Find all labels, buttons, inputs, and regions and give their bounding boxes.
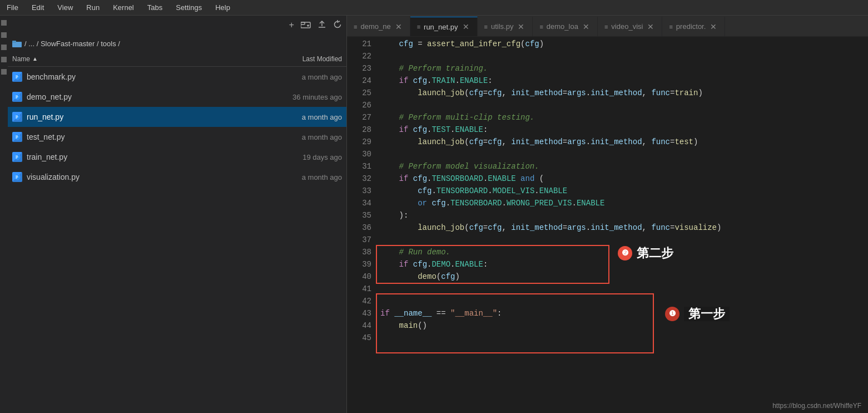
breadcrumb-text: / ... / SlowFast-master / tools / [24,40,120,48]
file-row-train-net[interactable]: train_net.py 19 days ago [8,147,346,167]
sort-arrow-icon: ▲ [32,56,38,62]
code-line-23: # Perform training. [380,62,868,75]
file-icon-train-net [12,152,22,162]
menu-kernel[interactable]: Kernel [111,2,136,13]
menu-help[interactable]: Help [213,2,232,13]
line-num-41: 41 [347,283,371,295]
step1-label: 第一步 [684,307,730,321]
file-icon-test-net [12,132,22,142]
col-modified-header[interactable]: Last Modified [259,55,342,63]
file-name-demo-net: demo_net.py [27,92,259,101]
line-num-36: 36 [347,222,371,234]
explorer-toolbar: + [8,16,346,36]
tab-close-run-net[interactable]: ✕ [462,22,470,32]
tab-close-demo-loa[interactable]: ✕ [582,22,591,32]
code-line-31: # Perform model visualization. [380,160,868,173]
activity-icon-3[interactable] [1,45,7,50]
menu-edit[interactable]: Edit [29,2,46,13]
file-row-benchmark[interactable]: benchmark.py a month ago [8,67,346,87]
tab-predictor[interactable]: ≡ predictor. ✕ [662,17,725,36]
watermark: https://blog.csdn.net/WhiffeYF [772,402,861,410]
file-row-run-net[interactable]: run_net.py a month ago [8,107,346,127]
tab-close-demo-ne[interactable]: ✕ [394,22,403,32]
code-content[interactable]: cfg = assert_and_infer_cfg(cfg) # Perfor… [376,37,868,413]
file-list: benchmark.py a month ago demo_net.py 36 … [8,67,346,413]
code-line-26 [380,99,868,111]
line-num-34: 34 [347,197,371,209]
code-line-45 [380,332,868,344]
tab-icon-demo-ne: ≡ [354,23,357,30]
code-line-35: ): [380,209,868,222]
line-num-39: 39 [347,258,371,271]
annotation-step2: ❷ 第二步 [618,246,673,260]
code-line-30 [380,148,868,160]
svg-rect-0 [301,22,310,28]
tab-icon-demo-loa: ≡ [539,23,543,30]
tab-close-predictor[interactable]: ✕ [709,22,718,32]
line-num-26: 26 [347,99,371,111]
file-name-visualization: visualization.py [27,173,259,181]
menu-run[interactable]: Run [84,2,102,13]
tab-close-video-visi[interactable]: ✕ [646,22,655,32]
line-num-37: 37 [347,234,371,246]
new-file-icon[interactable]: + [289,21,294,31]
tab-demo-ne[interactable]: ≡ demo_ne ✕ [347,17,410,36]
code-line-24: if cfg.TRAIN.ENABLE: [380,75,868,87]
tab-utils[interactable]: ≡ utils.py ✕ [478,17,533,36]
file-row-test-net[interactable]: test_net.py a month ago [8,127,346,147]
menu-file[interactable]: File [4,2,21,13]
file-row-demo-net[interactable]: demo_net.py 36 minutes ago [8,87,346,107]
line-num-38: 38 [347,246,371,258]
folder-icon [12,39,22,48]
code-editor: 21 22 23 24 25 26 27 28 29 30 31 32 33 3… [347,37,868,413]
code-line-22 [380,50,868,62]
line-num-29: 29 [347,136,371,148]
line-num-33: 33 [347,185,371,197]
tab-icon-predictor: ≡ [669,23,672,30]
line-num-35: 35 [347,209,371,222]
line-num-23: 23 [347,62,371,75]
code-line-41 [380,283,868,295]
col-name-header[interactable]: Name ▲ [12,55,259,63]
tab-demo-loa[interactable]: ≡ demo_loa ✕ [533,17,598,36]
code-line-37 [380,234,868,246]
file-row-visualization[interactable]: visualization.py a month ago [8,167,346,187]
upload-icon[interactable] [318,20,326,32]
file-date-train-net: 19 days ago [259,153,342,161]
step2-badge: ❷ [618,246,632,260]
activity-icon-4[interactable] [1,57,7,62]
line-num-28: 28 [347,124,371,136]
step2-label: 第二步 [637,247,673,259]
activity-icon-1[interactable] [1,20,7,26]
new-folder-icon[interactable] [301,21,311,31]
tab-close-utils[interactable]: ✕ [517,22,525,32]
code-line-28: if cfg.TEST.ENABLE: [380,124,868,136]
file-date-visualization: a month ago [259,173,342,181]
file-date-run-net: a month ago [259,113,342,121]
activity-icon-2[interactable] [1,32,7,38]
menu-view[interactable]: View [55,2,75,13]
refresh-icon[interactable] [333,20,342,32]
code-line-40: demo(cfg) [380,271,868,283]
code-line-27: # Perform multi-clip testing. [380,111,868,124]
line-numbers: 21 22 23 24 25 26 27 28 29 30 31 32 33 3… [347,37,376,413]
tab-run-net[interactable]: ≡ run_net.py ✕ [410,17,478,36]
file-date-test-net: a month ago [259,133,342,141]
line-num-21: 21 [347,38,371,50]
code-line-43: if __name__ == "__main__": [380,307,868,319]
main-area: + [0,16,868,413]
tab-icon-utils: ≡ [484,23,488,30]
tab-video-visi[interactable]: ≡ video_visi ✕ [598,17,663,36]
file-date-benchmark: a month ago [259,73,342,81]
file-list-header: Name ▲ Last Modified [8,51,346,67]
step1-badge: ❶ [665,307,679,321]
activity-icon-5[interactable] [1,69,7,75]
code-line-21: cfg = assert_and_infer_cfg(cfg) [380,38,868,50]
file-name-test-net: test_net.py [27,132,259,141]
code-line-36: launch_job(cfg=cfg, init_method=args.ini… [380,222,868,234]
file-date-demo-net: 36 minutes ago [259,93,342,101]
menu-tabs[interactable]: Tabs [145,2,165,13]
tab-label-demo-loa: demo_loa [547,22,578,31]
file-name-benchmark: benchmark.py [27,72,259,81]
menu-settings[interactable]: Settings [173,2,204,13]
